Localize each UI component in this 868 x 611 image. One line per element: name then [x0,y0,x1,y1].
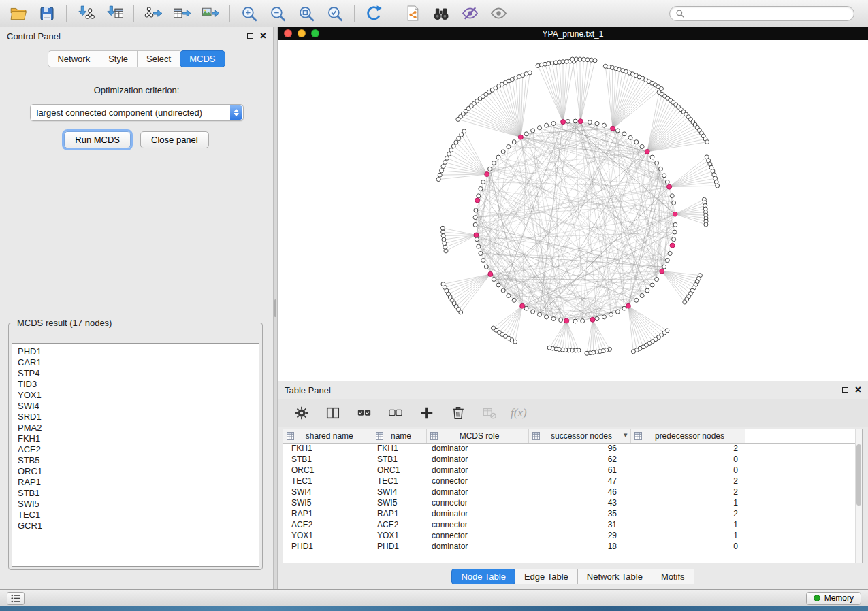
table-cell-shared-name[interactable]: SWI4 [283,486,372,497]
import-network-button[interactable] [71,1,100,26]
table-cell-predecessor-nodes[interactable]: 1 [630,530,745,541]
splitter-grip[interactable] [274,299,276,317]
table-cell-name[interactable]: FKH1 [372,443,426,454]
table-cell-name[interactable]: TEC1 [372,476,426,486]
zoom-selected-button[interactable] [321,1,349,26]
table-cell-mcds-role[interactable]: connector [426,497,528,508]
open-session-button[interactable] [4,1,33,26]
tab-style[interactable]: Style [99,50,138,67]
import-table-button[interactable] [100,1,129,26]
table-cell-successor-nodes[interactable]: 43 [528,497,630,508]
table-row[interactable]: PHD1PHD1dominator180 [283,541,855,552]
table-cell-name[interactable]: PHD1 [372,541,426,552]
export-image-button[interactable] [196,1,225,26]
table-cell-name[interactable]: YOX1 [372,530,426,541]
table-cell-predecessor-nodes[interactable]: 0 [630,465,745,476]
table-cell-name[interactable]: ORC1 [372,465,426,476]
table-cell-predecessor-nodes[interactable]: 2 [630,486,745,497]
table-cell-successor-nodes[interactable]: 35 [528,508,630,519]
mcds-result-item[interactable]: TID3 [12,379,259,390]
mcds-result-item[interactable]: ACE2 [12,444,259,455]
tab-mcds[interactable]: MCDS [180,50,225,67]
table-cell-predecessor-nodes[interactable]: 1 [630,519,745,530]
find-button[interactable] [427,1,455,26]
mcds-result-item[interactable]: GCR1 [12,521,259,531]
table-row[interactable]: RAP1RAP1dominator352 [283,508,855,519]
apply-layout-button[interactable] [359,1,388,26]
table-scrollbar[interactable] [855,429,862,563]
table-cell-mcds-role[interactable]: dominator [426,465,528,476]
mcds-result-item[interactable]: CAR1 [12,357,259,368]
network-graph[interactable] [278,40,868,381]
mcds-result-item[interactable]: SWI5 [12,499,259,510]
table-cell-mcds-role[interactable]: connector [426,519,528,530]
table-cell-mcds-role[interactable]: dominator [426,443,528,454]
table-row[interactable]: ACE2ACE2connector311 [283,519,855,530]
table-cell-name[interactable]: SWI4 [372,486,426,497]
table-row[interactable]: YOX1YOX1connector291 [283,530,855,541]
export-table-button[interactable] [167,1,196,26]
close-mcds-panel-button[interactable]: Close panel [140,131,209,148]
table-cell-name[interactable]: SWI5 [372,497,426,508]
tab-network-table[interactable]: Network Table [577,569,652,584]
window-minimize-button[interactable] [298,29,306,37]
table-cell-successor-nodes[interactable]: 31 [528,519,630,530]
table-cell-predecessor-nodes[interactable]: 0 [630,541,745,552]
delete-column-button[interactable] [448,403,468,423]
search-input[interactable] [688,8,848,19]
show-panels-button[interactable] [7,592,25,605]
table-cell-shared-name[interactable]: FKH1 [283,443,372,454]
table-cell-mcds-role[interactable]: dominator [426,541,528,552]
network-titlebar[interactable]: YPA_prune.txt_1 [278,27,868,40]
mcds-result-item[interactable]: ORC1 [12,466,259,477]
mcds-result-list[interactable]: PHD1CAR1STP4TID3YOX1SWI4SRD1PMA2FKH1ACE2… [12,343,259,567]
window-maximize-button[interactable] [311,29,319,37]
zoom-out-button[interactable] [263,1,292,26]
mcds-result-item[interactable]: STP4 [12,368,259,379]
table-cell-predecessor-nodes[interactable]: 2 [630,508,745,519]
table-cell-name[interactable]: ACE2 [372,519,426,530]
tab-node-table[interactable]: Node Table [451,569,515,584]
table-cell-mcds-role[interactable]: connector [426,476,528,486]
table-cell-successor-nodes[interactable]: 46 [528,486,630,497]
table-cell-successor-nodes[interactable]: 62 [528,454,630,465]
column-header-shared-name[interactable]: shared name [283,429,372,443]
show-details-button[interactable] [484,1,513,26]
add-column-button[interactable] [417,403,437,423]
mcds-result-item[interactable]: YOX1 [12,390,259,401]
export-network-button[interactable] [139,1,167,26]
table-cell-name[interactable]: RAP1 [372,508,426,519]
mcds-result-item[interactable]: STB1 [12,488,259,499]
table-cell-shared-name[interactable]: TEC1 [283,476,372,486]
select-all-button[interactable] [354,403,374,423]
tab-select[interactable]: Select [137,50,180,67]
save-session-button[interactable] [33,1,61,26]
table-cell-predecessor-nodes[interactable]: 2 [630,443,745,454]
table-settings-button[interactable] [291,403,312,423]
mcds-result-item[interactable]: FKH1 [12,433,259,444]
column-header-mcds-role[interactable]: MCDS role [426,429,528,443]
table-row[interactable]: STB1STB1dominator620 [283,454,855,465]
panel-splitter[interactable] [273,27,278,589]
table-cell-shared-name[interactable]: YOX1 [283,530,372,541]
table-row[interactable]: SWI4SWI4dominator462 [283,486,855,497]
table-row[interactable]: SWI5SWI5connector431 [283,497,855,508]
mcds-result-item[interactable]: SWI4 [12,401,259,412]
sort-indicator-icon[interactable]: ▾ [624,431,628,440]
table-cell-mcds-role[interactable]: dominator [426,454,528,465]
tab-edge-table[interactable]: Edge Table [515,569,578,584]
mcds-result-item[interactable]: RAP1 [12,477,259,488]
export-to-web-button[interactable] [398,1,427,26]
table-row[interactable]: FKH1FKH1dominator962 [283,443,855,454]
table-row[interactable]: TEC1TEC1connector472 [283,476,855,486]
table-cell-shared-name[interactable]: SWI5 [283,497,372,508]
mcds-result-item[interactable]: PHD1 [12,346,259,357]
float-panel-icon[interactable] [247,33,253,39]
run-mcds-button[interactable]: Run MCDS [64,131,131,148]
table-cell-predecessor-nodes[interactable]: 0 [630,454,745,465]
window-close-button[interactable] [284,29,292,37]
hide-details-button[interactable] [455,1,484,26]
table-cell-shared-name[interactable]: ORC1 [283,465,372,476]
table-cell-successor-nodes[interactable]: 47 [528,476,630,486]
memory-button[interactable]: Memory [806,592,861,605]
